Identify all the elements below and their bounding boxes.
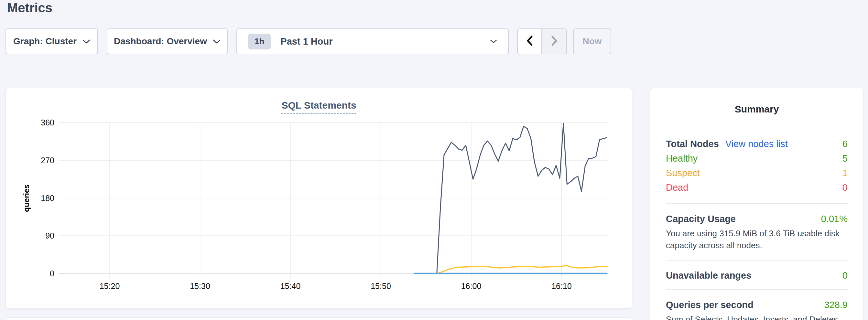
next-chart-card-edge — [5, 317, 632, 320]
unavailable-ranges-section: Unavailable ranges 0 — [666, 270, 848, 281]
svg-text:15:30: 15:30 — [190, 282, 210, 291]
divider — [666, 203, 848, 204]
svg-text:15:40: 15:40 — [280, 282, 301, 291]
dead-label: Dead — [666, 180, 688, 195]
dashboard-dropdown[interactable]: Dashboard: Overview — [107, 28, 228, 54]
total-nodes-label: Total Nodes — [666, 137, 719, 151]
suspect-nodes-row: Suspect 1 — [666, 166, 848, 180]
time-range-picker[interactable]: 1h Past 1 Hour — [237, 28, 509, 54]
healthy-nodes-row: Healthy 5 — [666, 151, 848, 166]
total-nodes-value: 6 — [842, 137, 848, 151]
unavailable-ranges-value: 0 — [842, 270, 848, 281]
now-button[interactable]: Now — [573, 28, 611, 54]
capacity-usage-value: 0.01% — [821, 214, 848, 224]
svg-text:360: 360 — [41, 118, 54, 127]
queries-per-second-value: 328.9 — [824, 300, 848, 310]
svg-text:16:10: 16:10 — [551, 282, 572, 291]
total-nodes-row: Total Nodes View nodes list 6 — [666, 137, 848, 151]
previous-timespan-button[interactable] — [518, 29, 542, 54]
chevron-down-icon — [490, 39, 497, 44]
next-timespan-button[interactable] — [542, 29, 566, 54]
healthy-value: 5 — [842, 151, 848, 166]
svg-text:queries: queries — [22, 184, 31, 212]
queries-per-second-label: Queries per second — [666, 300, 753, 310]
chevron-down-icon — [213, 39, 221, 44]
queries-per-second-description: Sum of Selects, Updates, Inserts, and De… — [666, 314, 848, 320]
svg-text:90: 90 — [45, 231, 54, 240]
svg-text:180: 180 — [41, 194, 54, 203]
chevron-right-icon — [550, 35, 559, 47]
summary-panel: Summary Total Nodes View nodes list 6 He… — [650, 88, 864, 320]
svg-text:16:00: 16:00 — [461, 282, 482, 291]
page-title: Metrics — [7, 1, 52, 15]
graph-dropdown-label: Graph: Cluster — [13, 36, 76, 46]
capacity-usage-section: Capacity Usage 0.01% You are using 315.9… — [666, 214, 848, 252]
dashboard-dropdown-label: Dashboard: Overview — [114, 36, 207, 46]
healthy-label: Healthy — [666, 151, 698, 166]
capacity-usage-label: Capacity Usage — [666, 214, 736, 224]
time-step-buttons — [517, 28, 567, 54]
svg-text:15:50: 15:50 — [371, 282, 391, 291]
time-range-label: Past 1 Hour — [280, 36, 333, 47]
unavailable-ranges-label: Unavailable ranges — [666, 270, 751, 281]
time-range-badge: 1h — [248, 34, 271, 50]
sql-statements-chart-card: 09018027036015:2015:3015:4015:5016:0016:… — [5, 88, 632, 309]
divider — [666, 260, 848, 260]
graph-dropdown[interactable]: Graph: Cluster — [5, 28, 98, 54]
capacity-usage-description: You are using 315.9 MiB of 3.6 TiB usabl… — [666, 228, 848, 252]
controls-bar: Graph: Cluster Dashboard: Overview 1h Pa… — [0, 28, 868, 54]
chevron-left-icon — [526, 35, 534, 47]
sql-statements-chart: 09018027036015:2015:3015:4015:5016:0016:… — [6, 88, 632, 309]
divider — [666, 289, 848, 290]
view-nodes-list-link[interactable]: View nodes list — [725, 137, 788, 151]
svg-text:15:20: 15:20 — [100, 282, 120, 291]
svg-text:0: 0 — [50, 269, 54, 278]
chart-title: SQL Statements — [281, 100, 356, 114]
summary-title: Summary — [666, 104, 848, 115]
chevron-down-icon — [83, 39, 90, 44]
dead-value: 0 — [842, 180, 848, 195]
suspect-label: Suspect — [666, 166, 700, 180]
suspect-value: 1 — [842, 166, 848, 180]
dead-nodes-row: Dead 0 — [666, 180, 848, 195]
svg-text:270: 270 — [41, 156, 54, 165]
queries-per-second-section: Queries per second 328.9 Sum of Selects,… — [666, 300, 848, 320]
